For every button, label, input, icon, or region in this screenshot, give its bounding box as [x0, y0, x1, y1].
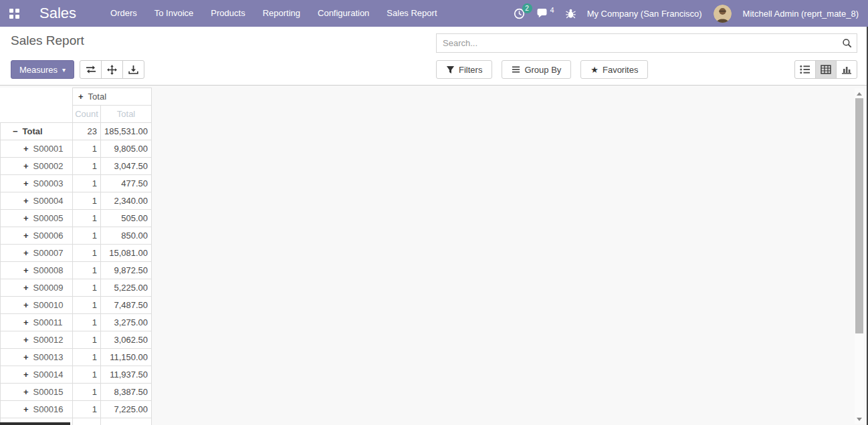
total-cell: 2,340.00 [101, 192, 152, 210]
collapse-icon[interactable]: − [13, 126, 18, 136]
group-by-button[interactable]: Group By [502, 60, 571, 79]
row-header[interactable]: +S00001 [1, 140, 73, 158]
row-header[interactable]: +S00005 [1, 210, 73, 227]
total-cell: 505.00 [101, 210, 152, 227]
expand-icon[interactable]: + [23, 335, 29, 345]
navbar-right: 2 4 My Company (San Francisco) Mitchell … [514, 5, 859, 23]
expand-all-button[interactable] [101, 60, 123, 79]
total-cell: 7,487.50 [101, 297, 152, 314]
count-cell: 1 [73, 140, 101, 158]
table-row: +S0000412,340.00 [1, 192, 152, 210]
row-header[interactable]: +S00002 [1, 158, 73, 175]
nav-menu-item[interactable]: Configuration [309, 0, 378, 27]
pivot-toolbar [80, 60, 144, 79]
view-switcher [794, 60, 857, 79]
row-header[interactable]: +S00014 [1, 366, 73, 384]
nav-menu-item[interactable]: Products [202, 0, 253, 27]
expand-icon[interactable]: + [23, 352, 29, 362]
app-brand[interactable]: Sales [39, 5, 76, 22]
scrollbar-up-arrow[interactable] [857, 92, 862, 96]
pivot-corner-cell [1, 88, 73, 123]
expand-icon[interactable]: + [23, 248, 29, 258]
debug-menu[interactable] [566, 8, 576, 19]
row-header[interactable]: +S00008 [1, 262, 73, 279]
nav-menu-item[interactable]: To Invoice [146, 0, 203, 27]
favorites-button[interactable]: ★ Favorites [580, 60, 648, 79]
count-cell: 1 [73, 384, 101, 401]
column-group-header[interactable]: +Total [73, 88, 152, 106]
chevron-down-icon: ▾ [62, 66, 66, 74]
star-icon: ★ [590, 65, 599, 75]
expand-icon[interactable]: + [78, 92, 84, 102]
expand-icon[interactable]: + [23, 283, 29, 293]
search-input[interactable] [437, 34, 857, 52]
row-header[interactable]: +S00007 [1, 245, 73, 262]
nav-menu-item[interactable]: Sales Report [378, 0, 445, 27]
total-cell: 3,062.50 [101, 331, 152, 349]
user-menu[interactable]: Mitchell Admin (reprt_mate_8) [743, 9, 859, 19]
expand-icon[interactable]: + [23, 144, 29, 154]
scrollbar-thumb[interactable] [855, 98, 863, 333]
expand-icon[interactable]: + [23, 387, 29, 397]
row-header[interactable]: +S00012 [1, 331, 73, 349]
row-header[interactable]: +S00010 [1, 297, 73, 314]
messages-menu[interactable]: 4 [536, 8, 554, 19]
filter-funnel-icon [446, 65, 455, 74]
column-header-count[interactable]: Count [73, 106, 101, 123]
nav-menu-item[interactable]: Orders [102, 0, 146, 27]
window-edge-bottom [0, 422, 70, 425]
apps-menu-icon[interactable] [9, 9, 19, 19]
expand-icon[interactable]: + [23, 213, 29, 223]
search-icon[interactable] [842, 38, 852, 48]
count-cell: 1 [73, 279, 101, 297]
expand-icon[interactable]: + [23, 178, 29, 188]
column-header-total[interactable]: Total [101, 106, 152, 123]
list-view-button[interactable] [794, 60, 816, 79]
row-header[interactable]: +S00016 [1, 401, 73, 418]
row-header[interactable]: +S00015 [1, 384, 73, 401]
row-header[interactable]: +S00009 [1, 279, 73, 297]
row-header[interactable]: +S00011 [1, 314, 73, 331]
row-header[interactable]: +S00013 [1, 349, 73, 366]
vertical-scrollbar[interactable] [855, 88, 864, 424]
row-header[interactable]: +S00004 [1, 192, 73, 210]
flip-axis-button[interactable] [80, 60, 102, 79]
table-row: +S0000915,225.00 [1, 279, 152, 297]
row-header[interactable]: +S00003 [1, 175, 73, 192]
table-row: +S0000213,047.50 [1, 158, 152, 175]
scrollbar-down-arrow[interactable] [857, 418, 862, 421]
expand-icon[interactable]: + [23, 196, 29, 206]
flip-axis-icon [86, 65, 96, 74]
count-cell: 1 [73, 349, 101, 366]
count-cell: 1 [73, 262, 101, 279]
expand-icon[interactable]: + [23, 317, 29, 327]
expand-icon[interactable]: + [23, 231, 29, 241]
total-cell: 3,275.00 [101, 314, 152, 331]
count-cell [73, 418, 101, 425]
expand-icon[interactable]: + [23, 300, 29, 310]
chat-bubble-icon [536, 8, 548, 19]
user-avatar[interactable] [714, 5, 732, 23]
company-menu[interactable]: My Company (San Francisco) [587, 9, 702, 19]
row-header[interactable]: −Total [1, 123, 73, 140]
download-xlsx-button[interactable] [122, 60, 144, 79]
expand-icon[interactable]: + [23, 404, 29, 414]
total-cell [101, 418, 152, 425]
measures-button[interactable]: Measures ▾ [11, 60, 74, 79]
total-cell: 477.50 [101, 175, 152, 192]
expand-icon[interactable]: + [23, 370, 29, 380]
nav-menu-item[interactable]: Reporting [254, 0, 309, 27]
expand-icon[interactable]: + [23, 265, 29, 275]
count-cell: 1 [73, 210, 101, 227]
total-cell: 3,047.50 [101, 158, 152, 175]
activity-menu[interactable]: 2 [514, 8, 525, 19]
pivot-view-button[interactable] [815, 60, 837, 79]
row-header[interactable]: +S00006 [1, 227, 73, 245]
expand-icon[interactable]: + [23, 161, 29, 171]
filters-button[interactable]: Filters [436, 60, 492, 79]
count-cell: 1 [73, 366, 101, 384]
table-row: −Total23185,531.00 [1, 123, 152, 140]
count-cell: 1 [73, 314, 101, 331]
page-title: Sales Report [11, 33, 436, 48]
chart-view-button[interactable] [836, 60, 857, 79]
